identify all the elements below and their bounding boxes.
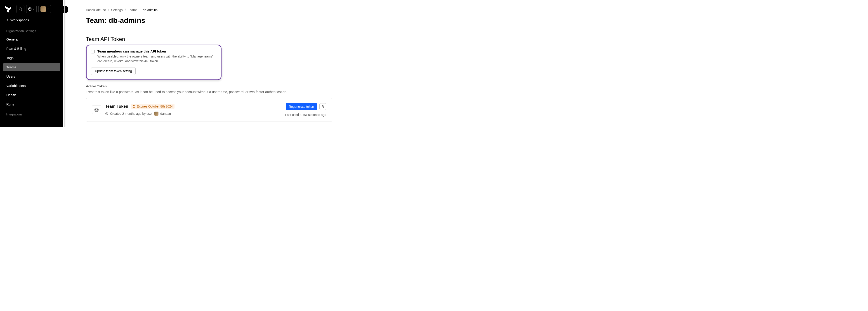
token-permission-box: Team members can manage this API token W… (86, 45, 221, 80)
update-team-token-setting-button[interactable]: Update team token setting (91, 67, 135, 75)
sidebar-item-plan-billing[interactable]: Plan & Billing (3, 45, 60, 53)
main-content: HashiCafe-inc / Settings / Teams / db-ad… (63, 0, 347, 127)
breadcrumb-settings[interactable]: Settings (111, 8, 123, 12)
help-icon (28, 7, 32, 11)
page-title: Team: db-admins (86, 16, 334, 25)
terraform-logo-icon (4, 4, 13, 13)
breadcrumb-teams[interactable]: Teams (128, 8, 137, 12)
chevron-down-icon (47, 8, 49, 10)
token-card: Team Token Expires October 8th 2024 Crea… (86, 98, 332, 122)
sidebar-item-variable-sets[interactable]: Variable sets (3, 82, 60, 90)
token-expiry-text: Expires October 8th 2024 (137, 105, 173, 108)
checkbox-row: Team members can manage this API token W… (91, 49, 216, 64)
chevron-left-icon (6, 19, 8, 22)
active-token-heading: Active Token (86, 84, 334, 88)
sidebar-item-tags[interactable]: Tags (3, 54, 60, 62)
clock-icon (105, 112, 108, 115)
svg-line-1 (21, 10, 22, 10)
token-expiry-badge: Expires October 8th 2024 (131, 104, 175, 109)
sidebar-item-health[interactable]: Health (3, 91, 60, 99)
sidebar-item-users[interactable]: Users (3, 72, 60, 81)
svg-point-6 (97, 109, 97, 110)
workspaces-back-link[interactable]: Workspaces (0, 13, 63, 26)
sidebar: Workspaces Organization Settings General… (0, 0, 63, 127)
nav-section-integrations: Integrations (0, 109, 63, 118)
breadcrumb-sep: / (125, 8, 126, 12)
sidebar-item-runs[interactable]: Runs (3, 100, 60, 108)
search-icon (18, 7, 22, 11)
hourglass-icon (133, 105, 135, 108)
sidebar-item-general[interactable]: General (3, 35, 60, 44)
active-token-description: Treat this token like a password, as it … (86, 90, 334, 94)
svg-point-4 (95, 108, 98, 112)
search-button[interactable] (16, 5, 24, 13)
token-right-column: Regenerate token Last used a few seconds… (285, 103, 326, 117)
token-icon (92, 105, 101, 114)
delete-token-button[interactable] (319, 103, 326, 110)
token-main: Team Token Expires October 8th 2024 Crea… (105, 104, 281, 116)
breadcrumb-org[interactable]: HashiCafe-inc (86, 8, 106, 12)
avatar (40, 6, 46, 12)
breadcrumb-current: db-admins (143, 8, 157, 12)
checkbox-label: Team members can manage this API token (97, 49, 216, 53)
chevron-down-icon (33, 8, 35, 10)
breadcrumb-sep: / (140, 8, 141, 12)
help-menu-button[interactable] (26, 5, 37, 13)
regenerate-token-button[interactable]: Regenerate token (286, 103, 317, 110)
sidebar-item-teams[interactable]: Teams (3, 63, 60, 71)
svg-point-0 (19, 8, 22, 10)
team-api-token-heading: Team API Token (86, 36, 334, 42)
manage-token-checkbox[interactable] (91, 50, 95, 53)
scroll-edge (63, 0, 65, 127)
token-title: Team Token (105, 104, 128, 109)
checkbox-description: When disabled, only the owners team and … (97, 54, 216, 64)
breadcrumb: HashiCafe-inc / Settings / Teams / db-ad… (86, 8, 334, 12)
sidebar-topbar (0, 0, 63, 13)
breadcrumb-sep: / (108, 8, 109, 12)
trash-icon (321, 105, 324, 108)
nav-section-org-settings: Organization Settings (0, 26, 63, 35)
token-meta: Created 2 months ago by user danbarr (105, 112, 281, 116)
token-last-used: Last used a few seconds ago (285, 113, 326, 117)
token-creator-name: danbarr (160, 112, 171, 115)
user-menu-button[interactable] (38, 5, 51, 13)
creator-avatar (154, 112, 158, 116)
token-created-text: Created 2 months ago by user (110, 112, 153, 115)
workspaces-label: Workspaces (10, 18, 29, 22)
